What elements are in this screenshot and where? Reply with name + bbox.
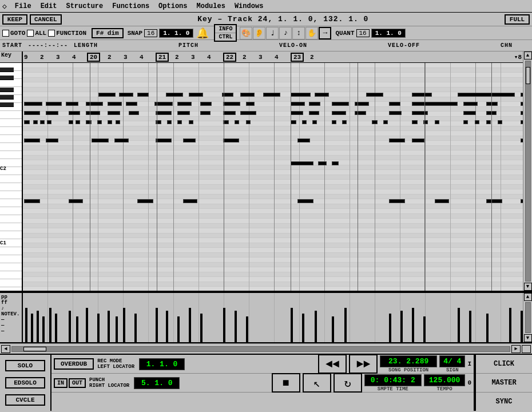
vel-scroll-btn[interactable]: ▲ (524, 293, 532, 301)
note-block (183, 199, 197, 203)
snap-label: SNAP (128, 30, 142, 37)
palette-icon[interactable]: 🎨 (240, 27, 252, 39)
velo-off-label: VELO-OFF (388, 42, 420, 49)
cycle-button[interactable]: CVCLE (5, 394, 45, 406)
vel-bar (189, 308, 191, 342)
stop-button[interactable]: ■ (272, 373, 300, 393)
note-block (412, 102, 458, 106)
note-block (332, 120, 336, 124)
in-button[interactable]: IN (54, 378, 68, 388)
note-block (486, 102, 498, 106)
note-block (200, 102, 212, 106)
menu-windows[interactable]: Windows (230, 2, 268, 10)
vel-bar (166, 311, 168, 342)
grid-line (291, 63, 291, 291)
vel-bar (97, 314, 100, 342)
all-checkbox[interactable]: ALL (27, 30, 46, 37)
note1-icon[interactable]: ♩ (266, 27, 279, 39)
rewind-icon: ◄◄ (325, 358, 339, 371)
solo-button[interactable]: SOLO (5, 360, 45, 371)
note-block (412, 111, 428, 115)
note-block (66, 102, 78, 106)
note-block (97, 120, 102, 124)
scroll-down-button[interactable]: ▼ (524, 283, 532, 291)
vel-bar (509, 308, 511, 342)
note2-icon[interactable]: ♪ (279, 27, 292, 39)
beat-2b: 2 (108, 54, 112, 61)
scroll-right-button[interactable]: ► (511, 345, 521, 353)
vel-bar (55, 314, 57, 342)
all-label: ALL (35, 30, 46, 37)
menu-structure[interactable]: Structure (61, 2, 108, 10)
sync-button[interactable]: SYNC (476, 393, 532, 411)
note-block (297, 138, 310, 142)
loop-button[interactable]: ↻ (334, 373, 362, 393)
hand-icon[interactable]: ✋ (305, 27, 318, 39)
out-button[interactable]: OUT (69, 378, 86, 388)
note-block (235, 120, 239, 124)
c1-marker: C1 (0, 240, 6, 246)
ffwd-button[interactable]: ►► (349, 354, 378, 374)
scroll-thumb-v[interactable] (526, 67, 530, 84)
cursor-button[interactable]: ↖ (303, 373, 331, 393)
menu-modules[interactable]: Modules (192, 2, 230, 10)
scroll-thumb-h[interactable] (23, 347, 46, 351)
rewind-button[interactable]: ◄◄ (318, 354, 347, 374)
key-header: Key (0, 52, 22, 63)
menu-options[interactable]: Options (154, 2, 192, 10)
note-block (166, 93, 183, 97)
note-block (129, 111, 139, 115)
keep-button[interactable]: KEEP (2, 14, 27, 25)
vel-bar (400, 311, 403, 342)
beat-3c: 3 (191, 54, 195, 61)
chord-display: F# dim (92, 28, 124, 38)
ear-icon[interactable]: 👂 (253, 27, 265, 39)
note-block (291, 111, 303, 115)
vel-bar (108, 311, 110, 342)
position-display-2: 1. 1. 0 (371, 29, 406, 38)
menu-file[interactable]: File (10, 2, 36, 10)
edsolo-button[interactable]: EDSOLO (5, 377, 45, 389)
master-button[interactable]: MASTER (476, 374, 532, 393)
goto-check (2, 30, 9, 37)
scroll-track-h[interactable] (11, 346, 510, 352)
sign-label: SIGN (446, 367, 459, 373)
note-block (223, 138, 239, 142)
click-button[interactable]: CLICK (476, 355, 532, 374)
ffwd-icon: ►► (356, 358, 370, 371)
vel-scroll-track[interactable] (525, 302, 531, 333)
goto-checkbox[interactable]: GOTO (2, 30, 25, 37)
velocity-grid[interactable] (23, 293, 523, 342)
transport-row-2: IN OUT PUNCH RIGHT LOCATOR 5. 1. 0 ■ ↖ ↻ (51, 374, 474, 393)
rec-mode-label: REC MODE (97, 358, 134, 364)
scroll-page-right[interactable] (522, 345, 531, 353)
right-locator-label: RIGHT LOCATOR (89, 383, 129, 389)
scroll-left-button[interactable]: ◄ (1, 345, 10, 353)
ctrl-label[interactable]: CTRL (215, 33, 236, 41)
full-button[interactable]: FULL (505, 14, 530, 25)
beat-3b: 3 (124, 54, 128, 61)
resize-icon[interactable]: ↕ (292, 27, 305, 39)
menu-functions[interactable]: Functions (108, 2, 154, 10)
arrow-icon[interactable]: → (319, 27, 331, 39)
vel-bar (76, 316, 78, 342)
vel-scroll-btn-down[interactable]: ▼ (524, 334, 532, 342)
note-block (389, 199, 405, 203)
note-block (116, 120, 120, 124)
speaker-icon: 🔔 (196, 27, 209, 39)
info-label[interactable]: INFO (215, 25, 236, 33)
left-locator-display: 1. 1. 0 (139, 358, 185, 370)
note-block (137, 199, 153, 203)
cancel-button[interactable]: CANCEL (30, 14, 62, 25)
note-block (463, 111, 476, 115)
key-label: Key (0, 52, 11, 58)
scroll-track-v[interactable] (525, 61, 531, 282)
note-block (355, 102, 369, 106)
function-checkbox[interactable]: FUNCTION (48, 30, 86, 37)
menu-edit[interactable]: Edit (36, 2, 62, 10)
note-grid[interactable] (23, 63, 523, 291)
vel-dash2: — (1, 323, 4, 328)
note-block (389, 102, 400, 106)
overdub-button[interactable]: OVERDUB (54, 358, 94, 370)
scroll-up-button[interactable]: ▲ (524, 52, 532, 60)
